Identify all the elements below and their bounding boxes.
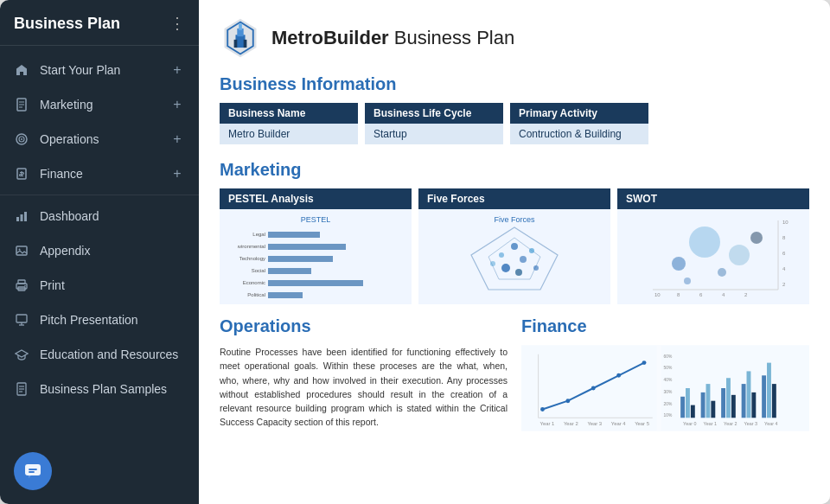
sidebar-item-finance[interactable]: Finance + (0, 156, 199, 191)
svg-rect-104 (731, 395, 736, 418)
nav-divider (0, 195, 199, 195)
info-value-name: Metro Builder (220, 124, 358, 144)
svg-text:Year 4: Year 4 (611, 421, 626, 426)
svg-text:40%: 40% (664, 378, 673, 382)
svg-rect-18 (16, 315, 27, 322)
brand-name: MetroBuilder Business Plan (271, 27, 514, 49)
sidebar-item-label: Business Plan Samples (40, 382, 167, 396)
finance-heading: Finance (521, 316, 809, 336)
svg-rect-42 (268, 244, 346, 250)
chat-button[interactable] (14, 452, 52, 490)
svg-text:Year 4: Year 4 (764, 421, 777, 426)
add-icon[interactable]: + (169, 62, 185, 78)
sidebar-bottom (0, 438, 199, 504)
sidebar-header: Business Plan ⋮ (0, 0, 199, 46)
sidebar-menu-icon[interactable]: ⋮ (169, 14, 185, 33)
finance-chart: Year 1 Year 2 Year 3 Year 4 Year 5 60% 5… (521, 345, 809, 431)
svg-text:6: 6 (782, 251, 786, 256)
sidebar-item-pitch[interactable]: Pitch Presentation (0, 303, 199, 337)
sidebar-item-appendix[interactable]: Appendix (0, 233, 199, 268)
svg-text:Legal: Legal (252, 232, 265, 237)
svg-text:Year 5: Year 5 (635, 421, 649, 426)
svg-rect-43 (268, 256, 333, 262)
ops-finance-row: Operations Routine Processes have been i… (220, 316, 809, 431)
svg-point-83 (642, 360, 647, 365)
svg-rect-11 (24, 212, 27, 221)
sidebar-item-samples[interactable]: Business Plan Samples (0, 372, 199, 406)
marketing-section: Marketing PESTEL Analysis PESTEL Legal E… (220, 160, 809, 304)
sidebar-item-print[interactable]: Print (0, 268, 199, 303)
sidebar-item-marketing[interactable]: Marketing + (0, 87, 199, 122)
svg-rect-33 (244, 40, 247, 48)
sidebar-item-label: Finance (40, 167, 83, 181)
svg-marker-21 (16, 350, 28, 357)
svg-text:6: 6 (699, 292, 703, 297)
sidebar-item-label: Pitch Presentation (40, 313, 138, 327)
add-icon[interactable]: + (169, 97, 185, 112)
svg-point-54 (499, 252, 504, 258)
svg-rect-109 (767, 363, 771, 418)
sidebar: Business Plan ⋮ Start Your Plan + (0, 0, 199, 504)
svg-text:Year 2: Year 2 (564, 421, 578, 426)
sidebar-item-education[interactable]: Education and Resources (0, 337, 199, 372)
sidebar-item-label: Operations (40, 132, 99, 146)
info-col-activity: Primary Activity Contruction & Building (510, 103, 648, 144)
svg-text:60%: 60% (664, 354, 673, 359)
svg-point-50 (511, 243, 518, 250)
svg-point-82 (616, 373, 621, 378)
app-window: Business Plan ⋮ Start Your Plan + (0, 0, 830, 504)
svg-rect-12 (16, 246, 27, 255)
sidebar-item-operations[interactable]: Operations + (0, 122, 199, 156)
svg-rect-98 (691, 405, 695, 418)
svg-rect-96 (680, 397, 685, 418)
info-value-lifecycle: Startup (365, 124, 503, 144)
sidebar-item-label: Appendix (40, 244, 90, 258)
print-icon (14, 278, 29, 293)
svg-point-53 (529, 248, 534, 253)
swot-header: SWOT (617, 188, 809, 209)
sidebar-item-label: Education and Resources (40, 348, 178, 361)
sidebar-item-label: Print (40, 278, 65, 292)
svg-point-56 (490, 261, 495, 266)
sidebar-item-dashboard[interactable]: Dashboard (0, 199, 199, 233)
home-icon (14, 62, 29, 78)
main-content: MetroBuilder Business Plan Business Info… (199, 0, 830, 504)
svg-text:PESTEL: PESTEL (301, 215, 331, 224)
svg-rect-106 (747, 371, 751, 418)
svg-point-73 (750, 232, 763, 244)
svg-text:50%: 50% (664, 366, 673, 370)
svg-point-70 (689, 226, 720, 258)
svg-text:20%: 20% (664, 402, 673, 406)
sidebar-item-label: Marketing (40, 98, 93, 112)
business-info-table: Business Name Metro Builder Business Lif… (220, 103, 809, 144)
bar-chart-icon (14, 208, 29, 224)
svg-text:Year 1: Year 1 (540, 421, 555, 426)
five-forces-card: Five Forces Five Forces (418, 188, 610, 304)
add-icon[interactable]: + (169, 166, 185, 182)
add-icon[interactable]: + (169, 131, 185, 147)
svg-text:8: 8 (782, 235, 786, 240)
svg-text:4: 4 (722, 292, 725, 297)
svg-rect-100 (706, 384, 711, 418)
svg-point-52 (501, 264, 510, 272)
svg-text:Five Forces: Five Forces (494, 215, 535, 224)
svg-rect-103 (726, 378, 731, 418)
svg-text:10: 10 (782, 220, 788, 225)
svg-point-55 (515, 269, 522, 276)
svg-point-79 (540, 407, 545, 411)
svg-point-74 (718, 268, 726, 277)
pestel-header: PESTEL Analysis (220, 188, 412, 209)
svg-text:Year 0: Year 0 (683, 421, 696, 426)
svg-rect-46 (268, 292, 303, 298)
swot-chart: 10 8 6 4 2 10 8 6 4 2 (617, 209, 809, 304)
svg-rect-102 (721, 388, 725, 418)
svg-point-13 (19, 249, 21, 251)
operations-section: Operations Routine Processes have been i… (220, 316, 508, 431)
svg-rect-97 (686, 388, 690, 418)
analysis-cards: PESTEL Analysis PESTEL Legal Environment… (220, 188, 809, 304)
svg-point-6 (21, 138, 22, 140)
sidebar-item-start-plan[interactable]: Start Your Plan + (0, 53, 199, 87)
brand-header: MetroBuilder Business Plan (220, 17, 809, 59)
operations-text: Routine Processes have been identified f… (220, 345, 508, 430)
svg-text:Year 3: Year 3 (744, 421, 757, 426)
